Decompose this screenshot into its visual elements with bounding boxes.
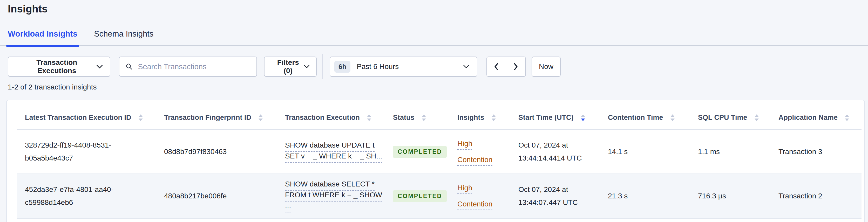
statement-link[interactable]: SHOW database UPDATE tSET v = _ WHERE k … (285, 141, 382, 163)
column-header-inner: Application Name (778, 113, 862, 125)
results-count: 1-2 of 2 transaction insights (8, 83, 97, 91)
cell-fingerprint-id: 480a8b217be006fe (156, 174, 277, 218)
column-header-sql_cpu_time[interactable]: SQL CPU Time (690, 100, 771, 130)
sort-icon[interactable] (671, 115, 675, 122)
cell-latest-execution-id: 452da3e7-e7fa-4801-aa40-c59988d14eb6 (17, 174, 156, 218)
sort-icon[interactable] (492, 115, 496, 122)
tab-workload-insights[interactable]: Workload Insights (8, 29, 78, 39)
sort-icon[interactable] (845, 115, 849, 122)
sort-icon[interactable] (138, 115, 143, 122)
chevron-left-icon (494, 63, 498, 70)
time-range-dropdown[interactable]: 6h Past 6 Hours (330, 57, 477, 77)
insight-type-dropdown[interactable]: Transaction Executions (8, 57, 110, 77)
statement-line[interactable]: SHOW database UPDATE t (285, 141, 375, 152)
sort-icon[interactable] (754, 115, 759, 122)
time-range-pager (487, 57, 526, 77)
search-input[interactable] (137, 62, 251, 71)
column-header-inner: Insights (457, 113, 510, 125)
column-header-inner: Transaction Execution (285, 113, 385, 125)
start-time-line: Oct 07, 2024 at (518, 139, 597, 152)
search-icon (126, 63, 133, 70)
filters-label: Filters (0) (272, 58, 304, 75)
column-header-insight[interactable]: Insights (450, 100, 510, 130)
cell-start-time: Oct 07, 2024 at13:44:14.4414 UTC (510, 130, 600, 174)
statement-line[interactable]: FROM t WHERE k = _ SHOW (285, 191, 382, 201)
chevron-right-icon (514, 63, 518, 70)
cell-status: COMPLETED (385, 174, 450, 218)
toolbar-divider (322, 54, 323, 79)
column-header-label: Latest Transaction Execution ID (25, 113, 131, 125)
time-range-label: Past 6 Hours (356, 63, 399, 71)
tab-bar: Workload Insights Schema Insights (0, 23, 868, 46)
now-button[interactable]: Now (532, 57, 561, 77)
tab-schema-insights[interactable]: Schema Insights (94, 29, 153, 39)
statement-line[interactable]: SET v = _ WHERE k = _ SH... (285, 152, 382, 163)
cell-start-time: Oct 07, 2024 at13:44:07.447 UTC (510, 174, 600, 218)
time-next-button[interactable] (506, 57, 525, 76)
column-header-label: Transaction Execution (285, 113, 360, 125)
chevron-down-icon (463, 65, 469, 68)
time-range-badge: 6h (334, 61, 350, 73)
toolbar: Transaction Executions Filters (0) 6h Pa… (8, 57, 561, 77)
column-header-fingerprint_id[interactable]: Transaction Fingerprint ID (156, 100, 277, 130)
status-badge: COMPLETED (393, 190, 447, 202)
column-header-label: Status (393, 113, 414, 125)
cell-application-name: Transaction 2 (771, 174, 862, 218)
cell-insights: High Contention (450, 130, 510, 174)
column-header-inner: Latest Transaction Execution ID (25, 113, 156, 125)
cell-transaction-execution: SHOW database UPDATE tSET v = _ WHERE k … (277, 130, 385, 174)
column-header-inner: Start Time (UTC) (518, 113, 600, 125)
sort-icon[interactable] (422, 115, 426, 122)
chevron-down-icon (97, 65, 102, 69)
cell-contention-time: 21.3 s (600, 174, 690, 218)
search-box[interactable] (119, 57, 257, 77)
statement-link[interactable]: SHOW database SELECT *FROM t WHERE k = _… (285, 180, 382, 213)
statement-line[interactable]: SHOW database SELECT * (285, 180, 375, 191)
insight-type-label: Transaction Executions (17, 58, 97, 75)
column-header-statement[interactable]: Transaction Execution (277, 100, 385, 130)
column-header-start_time[interactable]: Start Time (UTC) (510, 100, 600, 130)
statement-line[interactable]: ... (285, 201, 291, 213)
table-header-row: Latest Transaction Execution ID Transact… (17, 100, 862, 130)
time-prev-button[interactable] (487, 57, 506, 76)
column-header-inner: Transaction Fingerprint ID (164, 113, 277, 125)
page-title: Insights (8, 3, 48, 15)
chevron-down-icon (304, 65, 309, 68)
cell-sql-cpu-time: 716.3 µs (690, 174, 771, 218)
transaction-execution-id: 452da3e7-e7fa-4801-aa40-c59988d14eb6 (25, 183, 150, 209)
insights-table: Latest Transaction Execution ID Transact… (17, 100, 862, 219)
cell-status: COMPLETED (385, 130, 450, 174)
cell-transaction-execution: SHOW database SELECT *FROM t WHERE k = _… (277, 174, 385, 218)
column-header-latest_execution_id[interactable]: Latest Transaction Execution ID (17, 100, 156, 130)
column-header-label: Transaction Fingerprint ID (164, 113, 251, 125)
transaction-execution-id: 328729d2-ff19-4408-8531-b05a5b4e43c7 (25, 139, 150, 165)
column-header-application[interactable]: Application Name (771, 100, 862, 130)
cell-contention-time: 14.1 s (600, 130, 690, 174)
column-header-label: Start Time (UTC) (518, 113, 574, 125)
column-header-inner: SQL CPU Time (698, 113, 771, 125)
column-header-inner: Contention Time (608, 113, 690, 125)
table-row: 452da3e7-e7fa-4801-aa40-c59988d14eb6480a… (17, 174, 862, 218)
sort-icon[interactable] (258, 115, 263, 122)
cell-application-name: Transaction 3 (771, 130, 862, 174)
column-header-contention_time[interactable]: Contention Time (600, 100, 690, 130)
column-header-label: SQL CPU Time (698, 113, 747, 125)
start-time-line: 13:44:14.4414 UTC (518, 152, 597, 165)
insight-link[interactable]: High Contention (457, 136, 499, 168)
insights-table-card: Latest Transaction Execution ID Transact… (6, 100, 865, 222)
column-header-label: Insights (457, 113, 484, 125)
cell-insights: High Contention (450, 174, 510, 218)
column-header-label: Contention Time (608, 113, 663, 125)
sort-icon[interactable] (581, 115, 585, 122)
column-header-inner: Status (393, 113, 450, 125)
filters-button[interactable]: Filters (0) (264, 57, 317, 77)
column-header-label: Application Name (778, 113, 838, 125)
start-time-line: Oct 07, 2024 at (518, 183, 597, 196)
column-header-status[interactable]: Status (385, 100, 450, 130)
cell-fingerprint-id: 08d8b7d97f830463 (156, 130, 277, 174)
cell-sql-cpu-time: 1.1 ms (690, 130, 771, 174)
status-badge: COMPLETED (393, 146, 447, 158)
insight-link[interactable]: High Contention (457, 180, 499, 212)
start-time-line: 13:44:07.447 UTC (518, 196, 597, 209)
sort-icon[interactable] (367, 115, 371, 122)
